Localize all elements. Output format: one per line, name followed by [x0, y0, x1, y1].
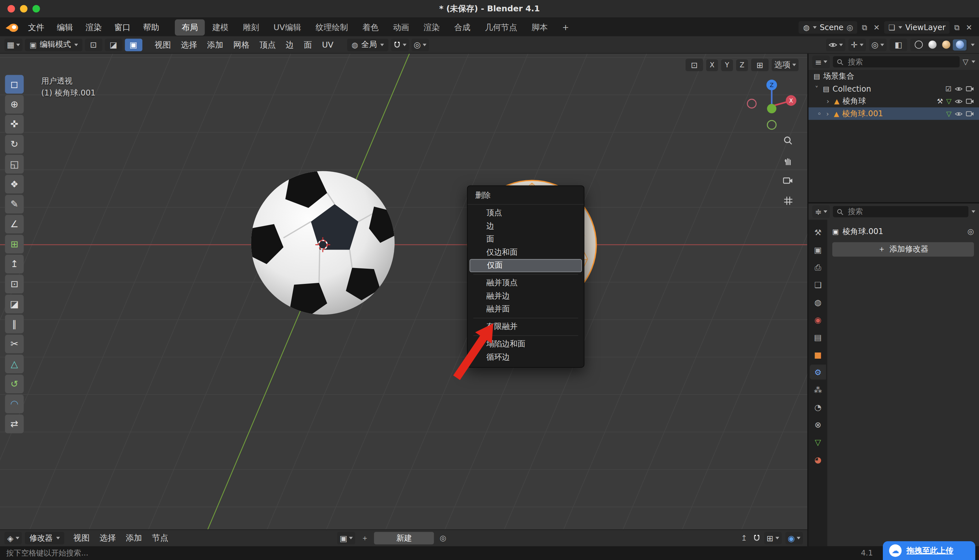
tab-material[interactable]: ◕ — [810, 452, 826, 467]
tool-knife[interactable]: ✂ — [5, 335, 23, 353]
delete-viewlayer-button[interactable]: ✕ — [964, 22, 974, 32]
node-menu-add[interactable]: 添加 — [121, 530, 147, 545]
zoom-button[interactable] — [781, 134, 795, 147]
outliner-row-collection[interactable]: ˅ ▤ Collection ☑ — [808, 83, 979, 95]
tool-edge-slide[interactable]: ⇄ — [5, 415, 23, 433]
expand-icon[interactable]: ˅ — [814, 85, 820, 92]
shading-solid-button[interactable] — [925, 39, 939, 50]
tab-view-layer[interactable]: ❏ — [810, 277, 826, 292]
face-select-button[interactable]: ▣ — [125, 38, 142, 51]
tab-object[interactable]: ■ — [810, 347, 826, 362]
new-viewlayer-button[interactable]: ⧉ — [952, 22, 962, 32]
tool-spin[interactable]: ↺ — [5, 375, 23, 393]
tab-animation[interactable]: 动画 — [386, 19, 416, 35]
menu-uv[interactable]: UV — [317, 38, 338, 51]
pin-icon[interactable]: ◎ — [967, 228, 974, 235]
eye-icon[interactable] — [955, 111, 963, 116]
tab-compositing[interactable]: 合成 — [447, 19, 477, 35]
transform-orientation-selector[interactable]: ◍ 全局 — [347, 38, 388, 51]
camera-icon[interactable] — [966, 110, 974, 117]
collapse-icon[interactable]: › — [825, 110, 831, 117]
tool-poly-build[interactable]: △ — [5, 355, 23, 373]
add-node-group-icon[interactable]: ＋ — [359, 533, 371, 543]
menu-item-vertices[interactable]: 顶点 — [467, 207, 584, 220]
viewlayer-selector[interactable]: ❏ ViewLayer — [884, 21, 950, 34]
new-node-tree-button[interactable]: 新建 — [374, 532, 434, 545]
transform-snap-button[interactable]: ⊞ — [751, 58, 769, 71]
axis-y-button[interactable]: Y — [721, 59, 733, 71]
edge-select-button[interactable]: ◪ — [105, 38, 122, 51]
menu-render[interactable]: 渲染 — [80, 20, 107, 35]
tab-sculpting[interactable]: 雕刻 — [236, 19, 266, 35]
node-overlay-toggle[interactable]: ◉ — [785, 532, 803, 545]
tab-modeling[interactable]: 建模 — [205, 19, 235, 35]
tab-output[interactable]: ⎙ — [810, 260, 826, 275]
parent-node-icon[interactable]: ↥ — [739, 533, 749, 543]
tab-scripting[interactable]: 脚本 — [525, 19, 555, 35]
tool-cursor[interactable]: ⊕ — [5, 95, 23, 113]
menu-item-dissolve-vertices[interactable]: 融并顶点 — [467, 277, 584, 290]
eye-icon[interactable] — [955, 86, 963, 91]
tool-bevel[interactable]: ◪ — [5, 295, 23, 313]
menu-add[interactable]: 添加 — [202, 37, 228, 52]
outliner-row-scene-collection[interactable]: ▤ 场景集合 — [808, 70, 979, 83]
filter-icon[interactable]: ▽ — [962, 58, 968, 65]
menu-item-only-edges-faces[interactable]: 仅边和面 — [467, 246, 584, 259]
scene-selector[interactable]: ◍ Scene ◎ — [799, 21, 857, 34]
tool-add-cube[interactable]: ⊞ — [5, 235, 23, 253]
camera-icon[interactable] — [966, 98, 974, 104]
menu-item-edges[interactable]: 边 — [467, 220, 584, 233]
axis-z-button[interactable]: Z — [736, 59, 748, 71]
tool-extrude-region[interactable]: ↥ — [5, 255, 23, 273]
tool-measure[interactable]: ∠ — [5, 215, 23, 233]
camera-icon[interactable] — [966, 85, 974, 92]
tool-rotate[interactable]: ↻ — [5, 135, 23, 154]
outliner-row-icosphere-001[interactable]: ◦ › ▲ 棱角球.001 ▽ — [808, 107, 979, 120]
delete-scene-button[interactable]: ✕ — [872, 22, 882, 32]
outliner-search[interactable] — [833, 56, 960, 68]
pan-button[interactable] — [781, 153, 795, 167]
viewport-options-button[interactable]: 选项 — [772, 58, 799, 71]
gizmos-dropdown-button[interactable]: ✛ — [848, 38, 866, 51]
menu-window[interactable]: 窗口 — [109, 20, 136, 35]
tool-annotate[interactable]: ✎ — [5, 195, 23, 213]
tool-box-select[interactable]: ◻ — [5, 75, 23, 93]
menu-edit[interactable]: 编辑 — [51, 20, 79, 35]
visibility-dropdown-button[interactable] — [826, 38, 845, 51]
tool-loop-cut[interactable]: ∥ — [5, 315, 23, 333]
tool-scale[interactable]: ◱ — [5, 155, 23, 173]
menu-select[interactable]: 选择 — [176, 37, 202, 52]
proportional-edit-button[interactable]: ◎ — [411, 38, 429, 51]
tab-uv-editing[interactable]: UV编辑 — [267, 19, 308, 35]
vertex-select-button[interactable]: ⊡ — [85, 38, 102, 51]
new-scene-button[interactable]: ⧉ — [860, 22, 869, 32]
properties-search[interactable] — [833, 206, 969, 217]
properties-editor-type-button[interactable]: ≑ — [812, 205, 830, 218]
magnet-icon[interactable] — [753, 535, 760, 542]
tab-render[interactable]: ▣ — [810, 242, 826, 257]
shading-material-button[interactable] — [939, 39, 953, 50]
outliner-row-icosphere[interactable]: › ▲ 棱角球 ⚒ ▽ — [808, 95, 979, 107]
node-object-selector[interactable]: ▣ — [337, 532, 355, 545]
tab-constraints[interactable]: ⊗ — [810, 417, 826, 432]
menu-item-only-faces[interactable]: 仅面 — [469, 259, 582, 272]
menu-item-faces[interactable]: 面 — [467, 233, 584, 246]
tab-texture-paint[interactable]: 纹理绘制 — [309, 19, 355, 35]
menu-edge[interactable]: 边 — [281, 37, 299, 52]
node-tree-type-selector[interactable]: 修改器 — [25, 532, 64, 545]
tab-geometry-nodes[interactable]: 几何节点 — [478, 19, 524, 35]
properties-search-input[interactable] — [847, 207, 964, 217]
collapse-icon[interactable]: › — [825, 98, 831, 105]
node-editor-type-button[interactable]: ◈ — [4, 532, 22, 545]
camera-view-button[interactable] — [781, 173, 795, 187]
pin-icon[interactable]: ◎ — [847, 23, 853, 31]
viewport-3d[interactable]: ◻ ⊕ ✜ ↻ ◱ ❖ ✎ ∠ ⊞ ↥ ⊡ ◪ ∥ ✂ △ ↺ ◠ — [0, 54, 807, 530]
mode-selector[interactable]: ▣ 编辑模式 — [25, 38, 82, 51]
menu-file[interactable]: 文件 — [22, 20, 50, 35]
tab-physics[interactable]: ◔ — [810, 400, 826, 414]
tab-world[interactable]: ◉ — [810, 312, 826, 327]
menu-mesh[interactable]: 网格 — [228, 37, 254, 52]
menu-face[interactable]: 面 — [299, 37, 317, 52]
eye-icon[interactable] — [955, 98, 963, 104]
checkbox-icon[interactable]: ☑ — [945, 85, 951, 92]
